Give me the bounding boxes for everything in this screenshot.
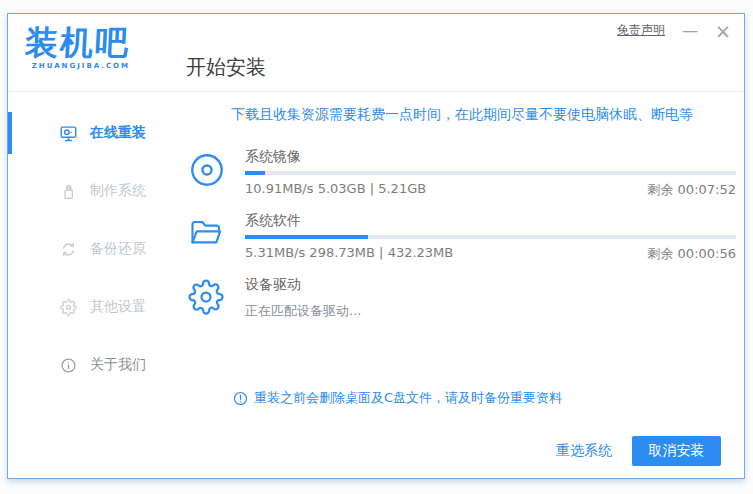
reselect-system-link[interactable]: 重选系统 [556,442,612,460]
progress-bar [245,235,736,239]
sidebar-item-make-system[interactable]: 制作系统 [8,162,168,220]
close-icon[interactable]: × [715,23,731,39]
progress-bar-fill [245,235,368,239]
logo-subtext: ZHUANGJIBA.COM [25,62,130,70]
progress-bar-fill [245,171,265,175]
warning-circle-icon [233,391,248,406]
task-speed-size: 5.31MB/s 298.73MB | 432.23MB [245,245,453,263]
task-speed-size: 10.91MB/s 5.03GB | 5.21GB [245,181,426,199]
minimize-icon[interactable]: — [682,23,698,39]
task-row-system-image: 系统镜像 10.91MB/s 5.03GB | 5.21GB 剩余 00:07:… [188,148,736,199]
backup-restore-icon [60,241,77,258]
main-panel: 下载且收集资源需要耗费一点时间，在此期间尽量不要使电脑休眠、断电等 系统镜像 [168,92,744,478]
task-row-device-driver: 设备驱动 正在匹配设备驱动... [188,276,736,326]
app-window: 装机吧 ZHUANGJIBA.COM 开始安装 免责声明 — × [7,13,745,479]
task-name: 系统软件 [245,212,736,229]
sidebar-item-label: 关于我们 [90,356,146,374]
sidebar-item-label: 制作系统 [90,182,146,200]
backup-notice: 重装之前会删除桌面及C盘文件，请及时备份重要资料 [233,389,736,407]
cancel-install-button[interactable]: 取消安装 [632,436,721,466]
open-folder-icon [188,212,245,263]
header: 装机吧 ZHUANGJIBA.COM 开始安装 免责声明 — × [8,14,744,92]
disc-icon [188,148,245,199]
disclaimer-link[interactable]: 免责声明 [617,22,665,39]
task-remaining-time: 剩余 00:07:52 [647,181,736,199]
sidebar-item-online-reinstall[interactable]: 在线重装 [8,104,168,162]
sidebar-item-label: 备份还原 [90,240,146,258]
logo-text: 装机吧 [24,26,131,61]
sidebar-item-about-us[interactable]: 关于我们 [8,336,168,394]
task-name: 设备驱动 [245,276,736,293]
gear-icon [60,299,77,316]
task-list: 系统镜像 10.91MB/s 5.03GB | 5.21GB 剩余 00:07:… [188,148,736,326]
usb-drive-icon [60,183,77,200]
sidebar-item-label: 其他设置 [90,298,146,316]
task-name: 系统镜像 [245,148,736,165]
download-warning-text: 下载且收集资源需要耗费一点时间，在此期间尽量不要使电脑休眠、断电等 [188,104,736,124]
sidebar-item-label: 在线重装 [90,124,146,142]
sidebar-item-backup-restore[interactable]: 备份还原 [8,220,168,278]
sidebar: 在线重装 制作系统 [8,92,168,478]
app-logo: 装机吧 ZHUANGJIBA.COM [25,26,130,70]
task-status-text: 正在匹配设备驱动... [245,302,736,320]
sidebar-item-other-settings[interactable]: 其他设置 [8,278,168,336]
info-icon [60,357,77,374]
backup-notice-text: 重装之前会删除桌面及C盘文件，请及时备份重要资料 [254,389,562,407]
task-row-system-software: 系统软件 5.31MB/s 298.73MB | 432.23MB 剩余 00:… [188,212,736,263]
gear-icon [188,276,245,326]
page-title: 开始安装 [186,54,266,81]
task-remaining-time: 剩余 00:00:56 [647,245,736,263]
progress-bar [245,171,736,175]
footer-actions: 重选系统 取消安装 [556,436,721,466]
monitor-reinstall-icon [60,125,77,142]
